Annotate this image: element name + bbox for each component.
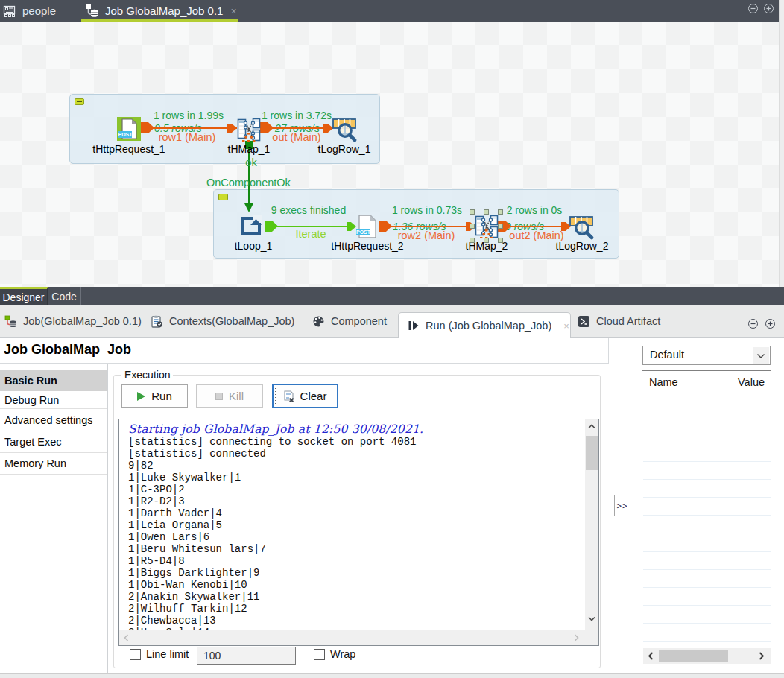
iterate-label[interactable]: Iterate bbox=[295, 228, 326, 240]
window-bottom-strip bbox=[0, 673, 784, 678]
sidebar-item-advanced-settings[interactable]: Advanced settings bbox=[0, 409, 107, 431]
console-line: 1|Luke Skywalker|1 bbox=[128, 472, 241, 484]
job-design-canvas[interactable]: 1 rows in 1.99s 0.5 rows/s row1 (Main) 1… bbox=[0, 22, 784, 287]
sidebar-item-basic-run[interactable]: Basic Run bbox=[0, 370, 107, 391]
component-label[interactable]: tLogRow_1 bbox=[318, 143, 371, 155]
sidebar-item-target-exec[interactable]: Target Exec bbox=[0, 431, 107, 453]
editor-tab-bar: people Job GlobalMap_Job 0.1 × bbox=[0, 0, 784, 22]
thmap2-icon[interactable] bbox=[475, 215, 499, 238]
job-icon bbox=[85, 4, 99, 18]
sidebar-item-memory-run[interactable]: Memory Run bbox=[0, 453, 107, 475]
context-select[interactable]: Default bbox=[642, 346, 771, 365]
row2-label[interactable]: row2 (Main) bbox=[398, 229, 455, 241]
connection-row2[interactable] bbox=[379, 226, 475, 227]
selection-handle[interactable] bbox=[470, 209, 475, 215]
canvas-scrollbar-gutter[interactable] bbox=[779, 0, 784, 287]
column-separator[interactable] bbox=[733, 371, 733, 649]
subjob-1-collapse-button[interactable] bbox=[75, 98, 84, 105]
dropdown-button[interactable] bbox=[753, 347, 769, 364]
thttprequest1-icon[interactable]: POST bbox=[117, 117, 141, 141]
selection-handle[interactable] bbox=[484, 238, 489, 243]
out-label[interactable]: out (Main) bbox=[272, 131, 320, 143]
console-output[interactable]: Starting job GlobalMap_Job at 12:50 30/0… bbox=[118, 419, 599, 646]
out2-rows-stat: 2 rows in 0s bbox=[507, 204, 563, 216]
scrollbar-thumb[interactable] bbox=[586, 436, 598, 470]
thmap1-icon[interactable] bbox=[237, 118, 261, 142]
run-sidebar: Basic Run Debug Run Advanced settings Ta… bbox=[0, 364, 108, 673]
scroll-up-icon[interactable] bbox=[588, 424, 595, 431]
connection-row1[interactable] bbox=[142, 127, 237, 129]
tab-code-label: Code bbox=[51, 291, 76, 302]
connection-iterate[interactable] bbox=[265, 226, 355, 227]
context-variables-table[interactable]: Name Value bbox=[642, 370, 771, 665]
tlogrow1-icon[interactable] bbox=[332, 117, 357, 142]
tab-component[interactable]: Component bbox=[312, 305, 387, 337]
tab-run-close-icon[interactable]: × bbox=[563, 320, 569, 332]
column-header-value[interactable]: Value bbox=[738, 376, 765, 388]
sidebar-item-debug-run[interactable]: Debug Run bbox=[0, 391, 107, 409]
component-label[interactable]: tHttpRequest_1 bbox=[92, 143, 165, 155]
maximize-view-icon[interactable] bbox=[764, 4, 774, 13]
tab-job-close-icon[interactable]: × bbox=[230, 5, 236, 17]
table-horizontal-scrollbar[interactable] bbox=[643, 648, 771, 664]
clear-button[interactable]: Clear bbox=[273, 384, 338, 408]
tlogrow2-icon[interactable] bbox=[569, 215, 594, 240]
selection-handle[interactable] bbox=[470, 238, 475, 243]
maximize-panel-icon[interactable] bbox=[765, 319, 775, 329]
row1-label[interactable]: row1 (Main) bbox=[159, 131, 216, 143]
sidebar-item-label: Memory Run bbox=[4, 457, 66, 469]
expand-context-panel-button[interactable]: >> bbox=[614, 495, 630, 516]
sidebar-item-label: Debug Run bbox=[4, 394, 59, 406]
kill-button[interactable]: Kill bbox=[196, 384, 263, 408]
console-line: 1|Leia Organa|5 bbox=[128, 519, 222, 531]
line-limit-input[interactable]: 100 bbox=[197, 647, 296, 665]
tab-people[interactable]: people bbox=[3, 0, 56, 22]
tab-run-active[interactable]: Run (Job GlobalMap_Job) × bbox=[398, 312, 571, 338]
scrollbar-thumb[interactable] bbox=[659, 650, 728, 662]
tab-job-view[interactable]: Job(GlobalMap_Job 0.1) bbox=[4, 305, 142, 337]
console-horizontal-scrollbar[interactable] bbox=[119, 630, 586, 645]
component-label[interactable]: tHttpRequest_2 bbox=[331, 240, 403, 252]
selection-handle[interactable] bbox=[498, 209, 503, 215]
metadata-icon bbox=[3, 4, 16, 18]
scroll-down-icon[interactable] bbox=[588, 616, 595, 624]
selection-handle[interactable] bbox=[498, 224, 503, 229]
column-header-name[interactable]: Name bbox=[649, 376, 678, 388]
console-line: 1|Owen Lars|6 bbox=[128, 531, 209, 543]
component-label[interactable]: tHMap_1 bbox=[228, 143, 271, 155]
wrap-checkbox[interactable] bbox=[314, 649, 325, 660]
line-limit-value: 100 bbox=[203, 650, 221, 662]
talend-studio-window: people Job GlobalMap_Job 0.1 × bbox=[0, 0, 784, 678]
tab-designer[interactable]: Designer bbox=[0, 287, 48, 305]
scroll-right-icon[interactable] bbox=[574, 634, 581, 641]
console-vertical-scrollbar[interactable] bbox=[585, 419, 598, 645]
selection-handle[interactable] bbox=[470, 224, 475, 229]
cloud-artifact-icon bbox=[578, 315, 590, 328]
minimize-panel-icon[interactable] bbox=[748, 319, 758, 329]
subjob-2-collapse-button[interactable] bbox=[218, 194, 228, 200]
line-limit-checkbox[interactable] bbox=[130, 649, 141, 660]
run-view-icon bbox=[408, 320, 420, 332]
content-right-edge bbox=[780, 338, 780, 673]
selection-handle[interactable] bbox=[498, 238, 503, 243]
minimize-view-icon[interactable] bbox=[748, 4, 758, 13]
tab-run-label: Run (Job GlobalMap_Job) bbox=[426, 320, 551, 332]
sidebar-item-label: Advanced settings bbox=[4, 414, 93, 426]
component-label[interactable]: tLogRow_2 bbox=[556, 240, 609, 252]
scroll-left-icon[interactable] bbox=[124, 634, 131, 641]
run-button[interactable]: Run bbox=[121, 384, 188, 408]
scroll-left-icon[interactable] bbox=[648, 652, 655, 659]
selection-handle[interactable] bbox=[484, 209, 489, 215]
component-label[interactable]: tLoop_1 bbox=[235, 240, 273, 252]
scroll-right-icon[interactable] bbox=[759, 652, 766, 659]
tab-cloud-artifact[interactable]: Cloud Artifact bbox=[578, 305, 660, 337]
tab-contexts[interactable]: Contexts(GlobalMap_Job) bbox=[151, 305, 294, 337]
tloop1-icon[interactable] bbox=[240, 215, 264, 238]
expand-button-label: >> bbox=[617, 501, 628, 510]
console-line: 1|Darth Vader|4 bbox=[128, 507, 222, 519]
thttprequest2-icon[interactable]: POST bbox=[355, 215, 379, 238]
console-line: [statistics] connected bbox=[128, 448, 266, 460]
trigger-ok-label: ok bbox=[245, 156, 256, 168]
tab-code[interactable]: Code bbox=[48, 287, 80, 305]
oncomponentok-label[interactable]: OnComponentOk bbox=[206, 177, 291, 188]
